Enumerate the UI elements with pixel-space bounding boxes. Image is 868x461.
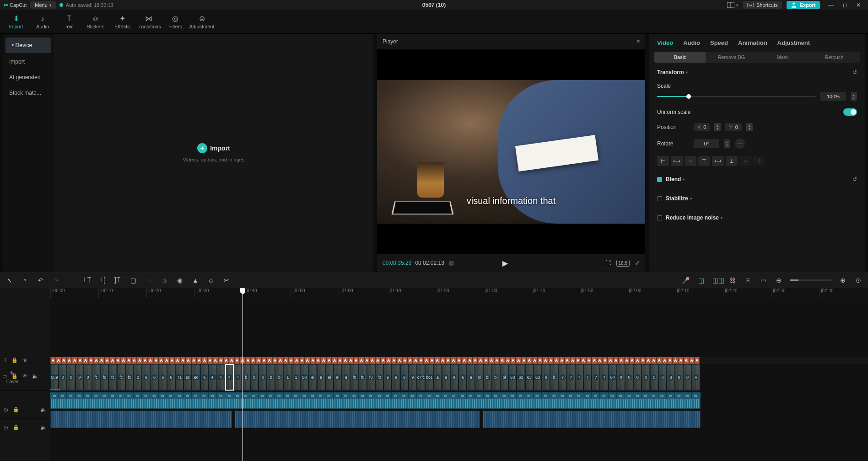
subtitle-clip[interactable]: A	[635, 357, 640, 364]
subtitle-clip[interactable]: A	[267, 357, 272, 364]
video-clip[interactable]: el	[308, 364, 317, 391]
subtitle-clip[interactable]: A	[278, 357, 283, 364]
video-clip[interactable]: 71	[175, 364, 183, 391]
subtitle-clip[interactable]: A	[148, 357, 153, 364]
delete-button[interactable]: ▢	[129, 277, 137, 284]
subtitle-clip[interactable]: A	[548, 357, 554, 364]
noise-section[interactable]: Reduce image noise▾	[666, 214, 722, 221]
subtitle-clip[interactable]: A	[229, 357, 234, 364]
subtitle-clip[interactable]: A	[121, 357, 126, 364]
subtitle-clip[interactable]: A	[207, 357, 213, 364]
shortcuts-button[interactable]: Shortcuts	[743, 1, 782, 9]
subtitle-clip[interactable]: A	[565, 357, 570, 364]
video-clip[interactable]: fc	[125, 364, 134, 391]
blend-section[interactable]: Blend▾	[666, 176, 685, 182]
subtitle-clip[interactable]: A	[332, 357, 337, 364]
subtitle-clip[interactable]: A	[370, 357, 375, 364]
video-clip[interactable]: A	[692, 364, 700, 391]
inspector-subtab-mask[interactable]: Mask	[757, 52, 809, 63]
subtitle-clip[interactable]: A	[695, 357, 700, 364]
subtitle-clip[interactable]: A	[104, 357, 110, 364]
subtitle-clip[interactable]: A	[462, 357, 467, 364]
subtitle-clip[interactable]: A	[234, 357, 240, 364]
subtitle-clip[interactable]: A	[429, 357, 435, 364]
subtitle-clip[interactable]: A	[435, 357, 440, 364]
inspector-subtab-remove-bg[interactable]: Remove BG	[706, 52, 757, 63]
audio-track-lock-icon[interactable]: 🔒	[13, 407, 19, 413]
zoom-in-icon[interactable]: ⊕	[839, 277, 847, 284]
subtitle-clip[interactable]: A	[94, 357, 99, 364]
subtitle-clip[interactable]: A	[597, 357, 603, 364]
video-clip[interactable]: 8	[683, 364, 691, 391]
video-clip[interactable]: 7	[575, 364, 583, 391]
subtitle-clip[interactable]: A	[202, 357, 207, 364]
stabilize-check[interactable]	[657, 196, 662, 201]
subtitle-clip[interactable]: A	[592, 357, 597, 364]
align-bottom-button[interactable]: ⊥	[726, 156, 738, 166]
track-toggle-icon[interactable]: ▭	[759, 277, 767, 284]
subtitle-clip[interactable]: A	[451, 357, 456, 364]
video-clip[interactable]: 0	[650, 364, 658, 391]
toolbar-adjustment[interactable]: ⊜Adjustment	[189, 11, 215, 32]
subtitle-clip[interactable]: A	[66, 357, 72, 364]
subtitle-clip[interactable]: A	[337, 357, 343, 364]
subtitle-clip[interactable]: A	[115, 357, 121, 364]
video-clip[interactable]: b	[250, 364, 259, 391]
subtitle-clip[interactable]: A	[50, 357, 56, 364]
preview-toggle-icon[interactable]: ⎘	[744, 277, 752, 284]
video-clip[interactable]: a	[450, 364, 458, 391]
blend-check[interactable]	[657, 177, 662, 182]
video-clip[interactable]: f0	[367, 364, 375, 391]
minimize-button[interactable]: —	[825, 2, 837, 8]
align-right-button[interactable]: ⊣	[685, 156, 696, 166]
video-clip[interactable]: 0	[658, 364, 667, 391]
video-clip[interactable]: 63	[534, 364, 542, 391]
video-clip[interactable]: 7	[558, 364, 566, 391]
subtitle-clip[interactable]: A	[305, 357, 310, 364]
subtitle-clip[interactable]: A	[83, 357, 88, 364]
subtitle-clip[interactable]: A	[191, 357, 197, 364]
subtitle-clip[interactable]: A	[667, 357, 673, 364]
subtitle-clip[interactable]: A	[294, 357, 299, 364]
video-clip[interactable]: c7fc	[417, 364, 425, 391]
position-x-stepper[interactable]: ▲▼	[714, 123, 721, 131]
mirror-button[interactable]: ▲	[191, 277, 199, 284]
noise-check[interactable]	[657, 215, 662, 220]
source-tab-1[interactable]: Import	[3, 54, 54, 70]
video-clip[interactable]: 4	[225, 364, 233, 391]
media-drop-area[interactable]: +Import Videos, audios, and images	[54, 34, 373, 272]
video-clip[interactable]: a	[467, 364, 475, 391]
position-x-field[interactable]: X0	[694, 123, 710, 131]
stabilize-section[interactable]: Stabilize▾	[666, 195, 692, 202]
subtitle-clip[interactable]: A	[673, 357, 678, 364]
subtitle-track-lock-icon[interactable]: 🔒	[11, 357, 18, 363]
video-clip[interactable]: 9	[409, 364, 417, 391]
magnet-main-icon[interactable]: ◫	[697, 277, 705, 284]
freeze-button[interactable]: ◇	[145, 277, 153, 284]
audio-track-mute-icon[interactable]: 🔈	[40, 407, 47, 413]
video-clip[interactable]: a	[442, 364, 450, 391]
subtitle-clip[interactable]: A	[196, 357, 202, 364]
audio2-clip[interactable]	[50, 411, 232, 428]
subtitle-clip[interactable]: A	[272, 357, 278, 364]
subtitle-clip[interactable]: A	[473, 357, 478, 364]
subtitle-clip[interactable]: A	[646, 357, 651, 364]
toolbar-filters[interactable]: ◎Filters	[162, 11, 189, 32]
subtitle-clip[interactable]: A	[570, 357, 576, 364]
subtitle-clip[interactable]: A	[657, 357, 662, 364]
transform-section[interactable]: Transform▾	[657, 69, 688, 75]
video-clip[interactable]: 9	[392, 364, 400, 391]
subtitle-clip[interactable]: A	[110, 357, 115, 364]
subtitle-clip[interactable]: A	[56, 357, 61, 364]
video-clip[interactable]: e	[342, 364, 350, 391]
source-tab-0[interactable]: • Device	[5, 38, 51, 53]
subtitle-clip[interactable]: A	[684, 357, 689, 364]
video-clip[interactable]: 7	[583, 364, 592, 391]
video-clip[interactable]: b	[275, 364, 283, 391]
crop-button[interactable]: ✂	[222, 277, 231, 284]
scale-fit-icon[interactable]: ⛶	[605, 260, 611, 267]
align-center-h-button[interactable]: ⟷	[671, 156, 683, 166]
video-clip[interactable]: 8	[667, 364, 675, 391]
subtitle-clip[interactable]: A	[554, 357, 559, 364]
transform-reset-icon[interactable]: ↺	[852, 69, 857, 75]
